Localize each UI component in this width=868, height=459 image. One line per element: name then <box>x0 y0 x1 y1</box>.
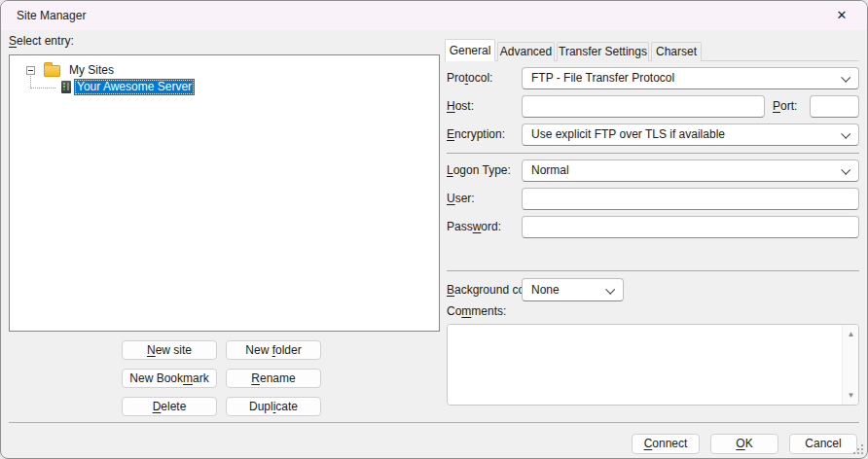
tab-general[interactable]: General <box>445 39 495 61</box>
tree-item-my-sites[interactable]: My Sites <box>66 62 117 79</box>
chevron-down-icon <box>841 165 850 175</box>
host-input[interactable] <box>522 95 765 118</box>
logon-type-select[interactable]: Normal <box>522 159 859 182</box>
logon-type-label: Logon Type: <box>447 159 511 182</box>
close-icon: ✕ <box>837 8 848 22</box>
port-input[interactable] <box>810 95 859 118</box>
section-divider <box>447 270 859 271</box>
tree-collapse-icon[interactable] <box>26 66 35 75</box>
scroll-up-icon[interactable]: ▲ <box>843 327 859 341</box>
connect-button[interactable]: Connect <box>632 434 700 454</box>
encryption-label: Encryption: <box>447 124 505 146</box>
tree-item-your-awesome-server[interactable]: Your Awesome Server <box>74 79 195 95</box>
resize-grip-icon[interactable] <box>852 443 864 455</box>
user-label: User: <box>447 188 475 210</box>
protocol-value: FTP - File Transfer Protocol <box>531 68 674 88</box>
protocol-select[interactable]: FTP - File Transfer Protocol <box>522 67 859 89</box>
site-manager-dialog: Site Manager ✕ Select entry: My Sites Yo… <box>0 0 868 459</box>
delete-button[interactable]: Delete <box>122 397 217 416</box>
user-input[interactable] <box>522 188 859 210</box>
tab-advanced[interactable]: Advanced <box>497 42 555 61</box>
protocol-label: Protocol: <box>447 67 492 89</box>
duplicate-button[interactable]: Duplicate <box>226 397 321 416</box>
comments-scrollbar[interactable]: ▲ ▼ <box>842 325 858 405</box>
tab-transfer-settings[interactable]: Transfer Settings <box>557 42 649 61</box>
comments-label: Comments: <box>447 303 506 320</box>
select-entry-label: Select entry: <box>9 33 74 49</box>
password-input[interactable] <box>522 216 859 238</box>
encryption-value: Use explicit FTP over TLS if available <box>531 124 725 145</box>
host-label: Host: <box>447 95 474 118</box>
comments-input[interactable] <box>448 325 841 405</box>
titlebar[interactable]: Site Manager ✕ <box>1 1 867 30</box>
new-folder-button[interactable]: New folder <box>226 340 321 360</box>
chevron-down-icon <box>841 129 850 139</box>
rename-button[interactable]: Rename <box>226 369 321 388</box>
logon-type-value: Normal <box>531 160 569 181</box>
footer-divider <box>9 422 859 423</box>
port-label: Port: <box>773 95 797 118</box>
background-color-select[interactable]: None <box>522 278 624 301</box>
tab-charset[interactable]: Charset <box>651 42 702 61</box>
server-icon <box>61 81 71 93</box>
scroll-down-icon[interactable]: ▼ <box>843 388 859 403</box>
chevron-down-icon <box>605 285 615 295</box>
site-tree[interactable]: My Sites Your Awesome Server <box>9 54 440 332</box>
ok-button[interactable]: OK <box>710 434 778 454</box>
new-site-button[interactable]: New site <box>122 340 217 360</box>
cancel-button[interactable]: Cancel <box>789 434 857 454</box>
encryption-select[interactable]: Use explicit FTP over TLS if available <box>522 124 859 146</box>
folder-icon <box>44 65 60 77</box>
tree-connector-line <box>31 88 56 88</box>
new-bookmark-button[interactable]: New Bookmark <box>122 369 217 388</box>
background-color-value: None <box>531 279 560 300</box>
section-divider <box>447 153 859 154</box>
comments-field-frame: ▲ ▼ <box>447 324 859 406</box>
window-title: Site Manager <box>17 1 86 30</box>
password-label: Password: <box>447 216 501 238</box>
chevron-down-icon <box>841 73 850 83</box>
close-button[interactable]: ✕ <box>820 1 863 30</box>
